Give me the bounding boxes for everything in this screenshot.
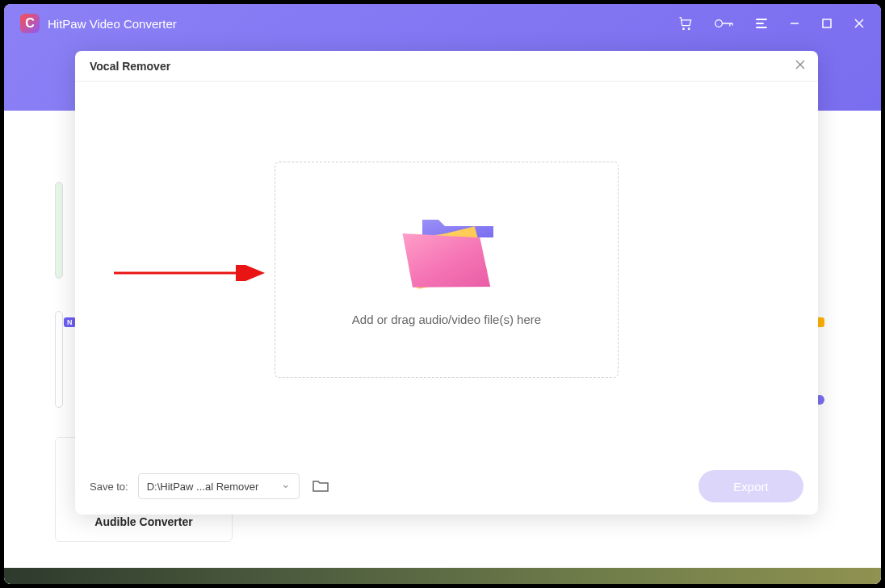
browse-folder-button[interactable] — [309, 475, 332, 498]
card-label: Audible Converter — [94, 515, 192, 528]
svg-point-2 — [715, 20, 723, 27]
modal-close-button[interactable] — [794, 58, 807, 74]
bottom-decoration — [4, 568, 881, 584]
modal-header: Vocal Remover — [75, 51, 818, 82]
svg-point-1 — [688, 28, 690, 30]
save-to-label: Save to: — [90, 481, 128, 493]
dropzone-label: Add or drag audio/video file(s) here — [352, 313, 541, 326]
maximize-icon[interactable] — [821, 18, 833, 29]
hamburger-menu-icon[interactable] — [755, 18, 768, 29]
minimize-icon[interactable] — [789, 18, 800, 29]
new-badge: N — [64, 317, 76, 327]
svg-point-0 — [683, 28, 685, 30]
annotation-arrow — [111, 265, 272, 284]
background-card — [55, 311, 63, 408]
close-window-icon[interactable] — [854, 18, 865, 29]
background-card — [55, 182, 63, 279]
cart-icon[interactable] — [677, 15, 694, 32]
modal-title: Vocal Remover — [90, 60, 170, 73]
svg-rect-3 — [823, 19, 831, 27]
key-icon[interactable] — [715, 17, 734, 30]
file-dropzone[interactable]: Add or drag audio/video file(s) here — [275, 162, 619, 378]
app-logo: C — [20, 14, 40, 33]
folder-icon — [398, 213, 495, 290]
app-title: HitPaw Video Converter — [48, 17, 177, 31]
save-path-dropdown[interactable]: D:\HitPaw ...al Remover — [138, 473, 300, 499]
export-button[interactable]: Export — [698, 470, 803, 502]
modal-footer: Save to: D:\HitPaw ...al Remover Export — [75, 458, 818, 514]
save-path-value: D:\HitPaw ...al Remover — [147, 481, 259, 493]
